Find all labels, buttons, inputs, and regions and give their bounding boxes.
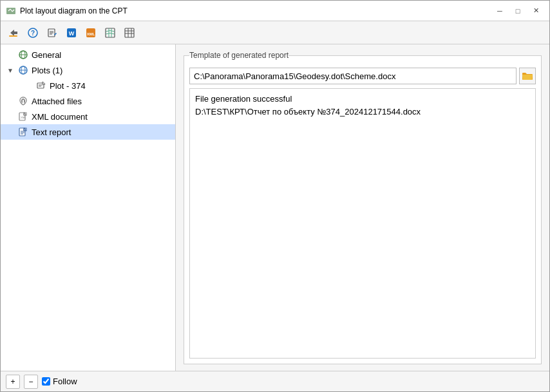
table-icon [124, 27, 135, 39]
title-controls: ─ □ ✕ [491, 5, 544, 17]
word-icon: W [66, 27, 77, 39]
svg-rect-0 [6, 8, 15, 14]
follow-container: Follow [42, 377, 77, 386]
attached-icon [18, 96, 28, 106]
plots-icon [18, 65, 28, 75]
minimize-button[interactable]: ─ [491, 5, 508, 17]
sidebar-item-textreport[interactable]: Text report [1, 124, 175, 140]
svg-text:W: W [69, 30, 75, 37]
right-panel: Template of generated report File genera… [176, 44, 549, 371]
svg-text:XML: XML [87, 32, 95, 36]
template-path-input[interactable] [189, 68, 517, 84]
report-section: Template of generated report File genera… [184, 51, 542, 364]
svg-rect-20 [125, 28, 134, 37]
sidebar-item-plot374[interactable]: Plot - 374 [1, 78, 175, 93]
xml-expand-placeholder [6, 112, 15, 121]
svg-rect-5 [9, 35, 17, 37]
help-button[interactable]: ? [24, 24, 42, 42]
table-button[interactable] [120, 24, 138, 42]
toolbar: ? W XML [1, 21, 549, 44]
output-line-2: D:\TEST\КРТ\Отчет по объекту №374_202412… [195, 106, 530, 118]
textreport-label: Text report [32, 127, 71, 137]
plot374-label: Plot - 374 [50, 81, 86, 91]
window-title: Plot layout diagram on the CPT [20, 6, 128, 15]
back-button[interactable] [5, 24, 23, 42]
attached-expand-placeholder [6, 97, 15, 106]
maximize-button[interactable]: □ [509, 5, 526, 17]
statusbar: + − Follow [1, 371, 549, 391]
sidebar-item-attached[interactable]: Attached files [1, 93, 175, 109]
xml-icon: XML [85, 27, 97, 39]
zoom-in-button[interactable]: + [6, 375, 20, 389]
back-icon [8, 27, 19, 39]
sidebar: General ▼ Plots (1) [1, 44, 176, 371]
close-button[interactable]: ✕ [527, 5, 544, 17]
edit-button[interactable] [43, 24, 61, 42]
output-area: File generation successful D:\TEST\КРТ\О… [189, 88, 536, 359]
map-icon [104, 27, 116, 39]
title-bar: Plot layout diagram on the CPT ─ □ ✕ [1, 1, 549, 21]
zoom-out-button[interactable]: − [24, 375, 38, 389]
main-window: Plot layout diagram on the CPT ─ □ ✕ ? [0, 0, 550, 392]
map-button[interactable] [101, 24, 119, 42]
plots-expand-icon: ▼ [6, 66, 15, 75]
plot374-expand-placeholder [24, 81, 33, 90]
general-label: General [32, 50, 61, 60]
main-content: General ▼ Plots (1) [1, 44, 549, 371]
svg-marker-4 [10, 30, 17, 36]
title-bar-left: Plot layout diagram on the CPT [6, 6, 128, 16]
sidebar-item-xml[interactable]: XML XML document [1, 109, 175, 124]
xml-button[interactable]: XML [82, 24, 100, 42]
sidebar-item-general[interactable]: General [1, 47, 175, 62]
xml-label: XML document [32, 112, 88, 122]
follow-label: Follow [53, 377, 77, 386]
browse-folder-button[interactable] [519, 68, 536, 84]
app-icon [6, 6, 16, 16]
expand-placeholder [6, 50, 15, 59]
attached-label: Attached files [32, 97, 82, 106]
xml-doc-icon: XML [18, 111, 28, 122]
textreport-icon [18, 127, 28, 137]
folder-icon [522, 71, 533, 80]
textreport-expand-placeholder [6, 127, 15, 136]
svg-text:?: ? [31, 30, 35, 37]
output-line-1: File generation successful [195, 93, 530, 106]
svg-text:XML: XML [21, 116, 26, 119]
plots-label: Plots (1) [32, 66, 62, 75]
general-icon [18, 50, 28, 60]
follow-checkbox[interactable] [42, 377, 50, 386]
edit-icon [46, 27, 58, 39]
section-legend: Template of generated report [189, 51, 289, 60]
plot374-icon [36, 80, 46, 91]
help-icon: ? [27, 27, 39, 39]
word-button[interactable]: W [62, 24, 81, 42]
template-row [189, 68, 536, 84]
sidebar-item-plots[interactable]: ▼ Plots (1) [1, 62, 175, 78]
